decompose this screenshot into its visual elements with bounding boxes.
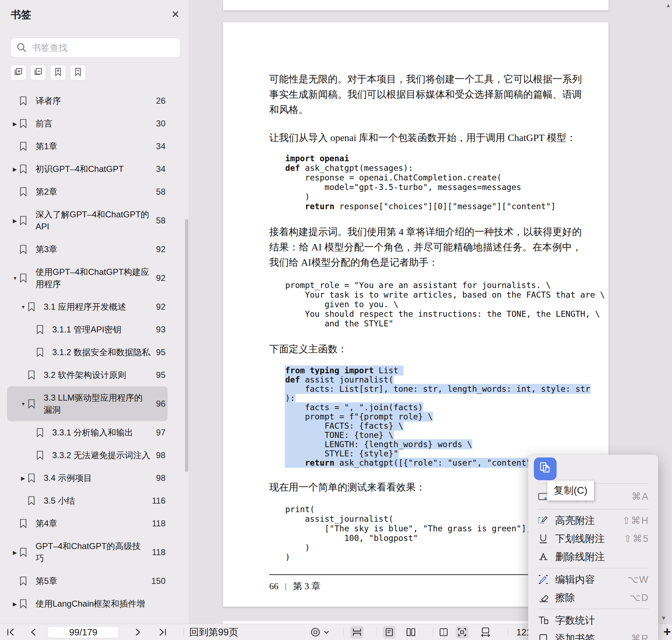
bookmark-page-number: 92 <box>153 244 166 254</box>
bookmark-search-box[interactable] <box>10 38 180 58</box>
text-selection-highlight: STYLE: {style}" <box>285 449 399 458</box>
fit-width-button[interactable] <box>480 624 491 640</box>
bookmark-icon <box>18 598 36 610</box>
menu-item-edit-content[interactable]: 编辑内容⌥W <box>528 570 658 589</box>
scroll-down-arrow[interactable]: ▼ <box>661 615 667 622</box>
code-line: You should respect the instructions: the… <box>285 309 582 319</box>
disclosure-collapsed-icon[interactable]: ▶ <box>21 476 26 481</box>
disclosure-collapsed-icon[interactable]: ▶ <box>13 167 18 172</box>
paragraph: 可能性是无限的。对于本项目，我们将创建一个工具，它可以根据一系列事实生成新闻稿。… <box>269 71 582 117</box>
code-line-selected: TONE: {tone} \ <box>285 430 582 440</box>
bookmark-item[interactable]: ▼使用GPT–4和ChatGPT构建应用程序92 <box>7 261 168 295</box>
bookmark-search-input[interactable] <box>32 43 174 53</box>
disclosure-collapsed-icon[interactable]: ▶ <box>13 550 18 555</box>
bookmark-icon <box>18 118 36 130</box>
bookmark-toolbar <box>10 65 86 81</box>
bookmark-page-number: 118 <box>152 547 166 557</box>
bookmark-page-number: 58 <box>153 187 166 197</box>
bookmark-label: 第3章 <box>36 243 151 255</box>
bookmark-item[interactable]: 3.1.1 管理API密钥93 <box>7 318 168 341</box>
bookmark-item[interactable]: 译者序26 <box>7 90 168 112</box>
bookmark-item[interactable]: 3.2 软件架构设计原则95 <box>7 364 168 386</box>
disclosure-collapsed-icon[interactable]: ▶ <box>13 601 18 607</box>
bookmark-item[interactable]: ▶深入了解GPT–4和ChatGPT的API58 <box>7 203 168 238</box>
disclosure-collapsed-icon[interactable]: ▶ <box>13 121 18 126</box>
bookmark-item[interactable]: ▶前言30 <box>7 112 168 135</box>
menu-item-label: 下划线附注 <box>555 532 624 546</box>
code-block-selected[interactable]: from typing import List def assist_journ… <box>285 366 582 467</box>
bookmark-item[interactable]: 第5章150 <box>7 570 168 592</box>
code-line-selected: facts: List[str], tone: str, length_word… <box>285 384 582 394</box>
two-page-view-button[interactable] <box>406 624 416 640</box>
fit-height-button[interactable] <box>350 626 364 639</box>
paragraph: 下面定义主函数： <box>269 341 582 357</box>
bookmark-item[interactable]: ▶使用LangChain框架和插件增 <box>7 592 168 615</box>
disclosure-expanded-icon[interactable]: ▼ <box>21 305 26 309</box>
expand-all-button[interactable] <box>10 65 26 81</box>
fit-screen-button[interactable] <box>456 626 468 639</box>
bookmark-item[interactable]: 第4章118 <box>7 512 168 535</box>
code-line-selected: def assist_journalist( <box>285 375 582 384</box>
bookmark-label: 3.3.2 无法避免提示词注入 <box>52 449 151 461</box>
bookmark-label: 使用GPT–4和ChatGPT构建应用程序 <box>36 266 151 290</box>
back-to-page-button[interactable]: 回到第99页 <box>189 624 238 640</box>
toolbar-divider <box>508 628 508 637</box>
bookmark-item[interactable]: ▶初识GPT–4和ChatGPT34 <box>7 158 168 180</box>
bookmark-icon <box>18 546 36 558</box>
bookmark-icon <box>18 95 36 107</box>
bookmark-label: 3.1.1 管理API密钥 <box>52 324 151 336</box>
bookmark-item[interactable]: 第1章34 <box>7 135 168 158</box>
paragraph: 接着构建提示词。我们使用第 4 章将详细介绍的一种技术，以获得更好的结果：给 A… <box>269 224 582 270</box>
menu-item-highlight-annotation[interactable]: 高亮附注⇧⌘H <box>528 511 658 530</box>
disclosure-collapsed-icon[interactable]: ▶ <box>13 218 18 223</box>
scroll-up-arrow[interactable]: ▲ <box>666 2 671 8</box>
text-selection-highlight: facts: List[str], tone: str, length_word… <box>285 384 590 394</box>
bookmark-item[interactable]: 第3章92 <box>7 238 168 261</box>
bookmark-page-number: 30 <box>153 119 166 129</box>
bookmark-item[interactable]: 3.3.1 分析输入和输出97 <box>7 421 168 444</box>
code-line: prompt_role = "You are an assistant for … <box>285 281 582 290</box>
add-bookmark-tool-button[interactable] <box>50 65 66 81</box>
first-page-button[interactable] <box>6 624 16 640</box>
menu-item-underline-annotation[interactable]: 下划线附注⇧⌘5 <box>528 530 658 548</box>
collapse-all-button[interactable] <box>30 65 46 81</box>
bookmark-label: 3.3.1 分析输入和输出 <box>52 427 151 439</box>
sidebar-scrollbar[interactable] <box>185 219 188 472</box>
bookmark-label: 使用LangChain框架和插件增 <box>36 598 151 610</box>
bookmark-item[interactable]: ▶3.4 示例项目98 <box>7 467 168 489</box>
menu-item-eraser[interactable]: 擦除⌥D <box>528 589 658 607</box>
bookmark-item[interactable]: ▶GPT–4和ChatGPT的高级技巧118 <box>7 535 168 570</box>
bookmark-label: 3.4 示例项目 <box>44 472 151 484</box>
remove-bookmark-tool-button[interactable] <box>70 65 86 81</box>
bookmark-item[interactable]: ▼3.3 LLM驱动型应用程序的漏洞96 <box>7 386 168 421</box>
menu-item-word-count[interactable]: 字数统计 <box>528 611 658 629</box>
bookmark-page-number: 34 <box>153 141 166 151</box>
bookmark-item[interactable]: 3.5 小结116 <box>7 489 168 512</box>
zoom-in-button[interactable]: + <box>663 624 671 639</box>
bookmark-label: GPT–4和ChatGPT的高级技巧 <box>36 540 149 564</box>
page-indicator-input[interactable]: 99/179 <box>47 626 119 638</box>
copy-button[interactable] <box>534 457 557 480</box>
menu-item-strikethrough-annotation[interactable]: 删除线附注 <box>528 548 658 566</box>
next-page-button[interactable] <box>134 624 142 640</box>
code-line-selected: facts = ", ".join(facts) <box>285 403 582 412</box>
disclosure-expanded-icon[interactable]: ▼ <box>13 276 18 281</box>
split-view-button[interactable] <box>439 624 449 640</box>
view-options-button[interactable] <box>310 624 329 640</box>
code-line-selected: FACTS: {facts} \ <box>285 421 582 430</box>
bookmark-icon <box>26 472 44 484</box>
text-selection-highlight: def assist_journalist( <box>285 375 394 384</box>
bookmark-item[interactable]: 3.1.2 数据安全和数据隐私95 <box>7 341 168 364</box>
bookmark-item[interactable]: ▼3.1 应用程序开发概述92 <box>7 295 168 318</box>
toolbar-divider <box>433 628 433 637</box>
single-page-view-button[interactable] <box>383 626 396 639</box>
close-sidebar-button[interactable]: ✕ <box>169 8 182 21</box>
disclosure-expanded-icon[interactable]: ▼ <box>21 402 26 406</box>
bookmark-item[interactable]: 第2章58 <box>7 180 168 203</box>
bookmark-item[interactable]: 3.3.2 无法避免提示词注入98 <box>7 444 168 467</box>
previous-page-button[interactable] <box>29 624 38 640</box>
bookmark-icon <box>26 369 44 381</box>
last-page-button[interactable] <box>157 624 168 640</box>
menu-item-add-bookmark[interactable]: 添加书签⌘R <box>528 629 658 640</box>
bookmark-page-number: 116 <box>152 496 166 506</box>
